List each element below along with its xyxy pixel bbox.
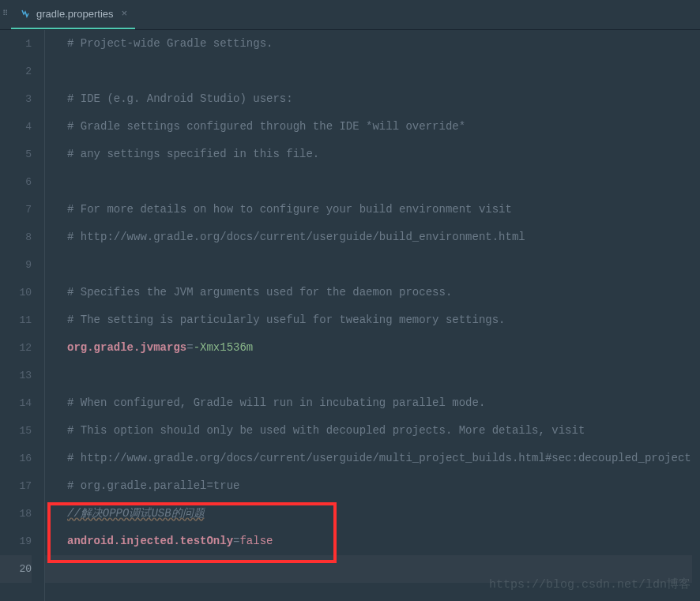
code-token: //解决OPPO调试USB的问题 xyxy=(67,507,205,520)
watermark-text: https://blog.csdn.net/ldn博客 xyxy=(489,577,691,592)
tab-label: gradle.properties xyxy=(36,8,114,20)
code-line[interactable]: # This option should only be used with d… xyxy=(45,417,700,445)
code-line[interactable]: # Project-wide Gradle settings. xyxy=(45,30,700,58)
line-number: 16 xyxy=(0,445,32,472)
code-token: # For more details on how to configure y… xyxy=(67,203,512,216)
code-line[interactable]: # Specifies the JVM arguments used for t… xyxy=(45,279,700,306)
line-number: 18 xyxy=(0,500,32,528)
line-number: 5 xyxy=(0,141,32,168)
code-line[interactable]: org.gradle.jvmargs=-Xmx1536m xyxy=(45,334,700,362)
code-token: android.injected.testOnly xyxy=(67,535,233,547)
line-number: 13 xyxy=(0,362,32,389)
code-token: # Specifies the JVM arguments used for t… xyxy=(67,286,452,299)
code-line[interactable]: # IDE (e.g. Android Studio) users: xyxy=(45,85,700,113)
tab-gradle-properties[interactable]: gradle.properties × xyxy=(11,1,135,29)
line-number: 8 xyxy=(0,223,32,251)
scrollbar[interactable] xyxy=(692,30,700,601)
code-area[interactable]: # Project-wide Gradle settings.# IDE (e.… xyxy=(44,30,700,601)
line-number: 10 xyxy=(0,279,32,306)
line-number: 15 xyxy=(0,417,32,445)
line-number: 1 xyxy=(0,30,32,58)
code-token: # Project-wide Gradle settings. xyxy=(67,37,273,50)
line-number: 4 xyxy=(0,113,32,141)
line-number: 6 xyxy=(0,168,32,196)
line-number: 2 xyxy=(0,58,32,85)
line-number: 7 xyxy=(0,196,32,223)
code-token: # The setting is particularly useful for… xyxy=(67,314,506,326)
code-token: = xyxy=(186,341,193,354)
line-number: 20 xyxy=(0,555,32,583)
line-number: 14 xyxy=(0,389,32,417)
code-token: false xyxy=(239,535,273,547)
code-line[interactable]: android.injected.testOnly=false xyxy=(45,528,700,555)
line-number: 11 xyxy=(0,306,32,334)
file-icon xyxy=(19,8,32,21)
code-line[interactable] xyxy=(45,58,700,85)
close-icon[interactable]: × xyxy=(122,8,128,20)
code-line[interactable]: # org.gradle.parallel=true xyxy=(45,472,700,500)
tab-strip: ⠿ gradle.properties × xyxy=(0,1,135,29)
drag-handle-icon[interactable]: ⠿ xyxy=(2,6,9,21)
code-line[interactable]: # http://www.gradle.org/docs/current/use… xyxy=(45,223,700,251)
code-line[interactable]: # Gradle settings configured through the… xyxy=(45,113,700,141)
code-token: # IDE (e.g. Android Studio) users: xyxy=(67,92,293,105)
code-token: # http://www.gradle.org/docs/current/use… xyxy=(67,231,525,243)
code-token: org.gradle.jvmargs xyxy=(67,341,186,354)
code-token: # Gradle settings configured through the… xyxy=(67,120,465,133)
code-line[interactable]: # When configured, Gradle will run in in… xyxy=(45,389,700,417)
tab-bar: ⠿ gradle.properties × xyxy=(0,0,700,30)
code-token: # any settings specified in this file. xyxy=(67,148,319,160)
line-number: 12 xyxy=(0,334,32,362)
code-token: # When configured, Gradle will run in in… xyxy=(67,396,485,409)
code-line[interactable]: # http://www.gradle.org/docs/current/use… xyxy=(45,445,700,472)
code-line[interactable]: //解决OPPO调试USB的问题 xyxy=(45,500,700,528)
code-token: # This option should only be used with d… xyxy=(67,424,585,437)
code-line[interactable]: # For more details on how to configure y… xyxy=(45,196,700,223)
code-line[interactable]: # any settings specified in this file. xyxy=(45,141,700,168)
code-line[interactable]: # The setting is particularly useful for… xyxy=(45,306,700,334)
code-line[interactable] xyxy=(45,168,700,196)
line-number: 9 xyxy=(0,251,32,279)
code-line[interactable] xyxy=(45,251,700,279)
editor-area: 1234567891011121314151617181920 # Projec… xyxy=(0,30,700,601)
line-number: 17 xyxy=(0,472,32,500)
code-line[interactable] xyxy=(45,362,700,389)
code-token: -Xmx1536m xyxy=(194,341,254,354)
line-number: 3 xyxy=(0,85,32,113)
line-gutter: 1234567891011121314151617181920 xyxy=(0,30,44,601)
code-token: # http://www.gradle.org/docs/current/use… xyxy=(67,452,698,464)
line-number: 19 xyxy=(0,528,32,555)
code-token: # org.gradle.parallel=true xyxy=(67,479,239,492)
